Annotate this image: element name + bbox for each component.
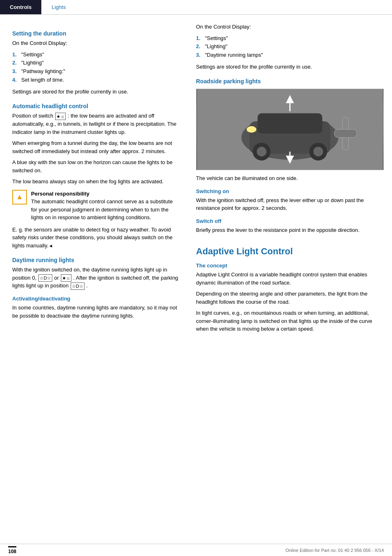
left-column: Setting the duration On the Control Disp… [0, 23, 188, 345]
daytime-settings-list: 1."Settings" 2."Lighting" 3."Daytime run… [196, 34, 384, 60]
activating-title: Activating/deactivating [12, 296, 180, 302]
auto-headlight-para2: When emerging from a tunnel during the d… [12, 139, 180, 155]
right-column: On the Control Display: 1."Settings" 2."… [188, 23, 392, 345]
switch-off-title: Switch off [196, 218, 384, 224]
list-item: 1."Settings" [196, 34, 384, 43]
warning-box: ▲ Personal responsibility The automatic … [12, 190, 180, 222]
daytime-running-title: Daytime running lights [12, 257, 180, 263]
svg-rect-3 [258, 113, 322, 134]
setting-duration-section: Setting the duration On the Control Disp… [12, 30, 180, 96]
list-item: 3."Pathway lighting:" [12, 67, 180, 76]
warning-title: Personal responsibility [31, 190, 180, 198]
auto-headlight-para4: The low beams always stay on when the fo… [12, 178, 180, 186]
image-inner [196, 89, 383, 170]
auto-headlight-para1: Position of switch ★☼ : the low beams ar… [12, 112, 180, 136]
tab-controls-label: Controls [10, 4, 31, 10]
warning-content: Personal responsibility The automatic he… [31, 190, 180, 222]
footer-text: Online Edition for Part no. 01 40 2 956 … [285, 548, 384, 553]
switch-symbol: ★☼ [55, 113, 66, 120]
main-content: Setting the duration On the Control Disp… [0, 15, 392, 345]
setting-duration-title: Setting the duration [12, 30, 180, 37]
auto-headlight-title: Automatic headlight control [12, 103, 180, 109]
page-footer: 108 Online Edition for Part no. 01 40 2 … [0, 544, 392, 556]
daytime-running-section: Daytime running lights With the ignition… [12, 257, 180, 320]
setting-duration-intro: On the Control Display: [12, 39, 180, 47]
adaptive-light-section: Adaptive Light Control The concept Adapt… [196, 246, 384, 333]
car-image-svg [196, 89, 383, 170]
svg-point-8 [247, 126, 256, 133]
list-item: 2."Lighting" [196, 42, 384, 51]
daytime-running-para1: With the ignition switched on, the dayti… [12, 266, 180, 290]
adaptive-para1: Adaptive Light Control is a variable hea… [196, 271, 384, 287]
adaptive-para2: Depending on the steering angle and othe… [196, 290, 384, 306]
list-item: 2."Lighting" [12, 59, 180, 67]
symbol-1: ☆D☆ [38, 274, 52, 282]
roadside-parking-section: Roadside parking lights [196, 78, 384, 234]
roadside-caption: The vehicle can be illuminated on one si… [196, 174, 384, 182]
svg-point-5 [257, 147, 267, 157]
switch-off-text: Briefly press the lever to the resistanc… [196, 226, 384, 234]
setting-duration-note: Settings are stored for the profile curr… [12, 88, 180, 96]
tab-lights-label: Lights [51, 4, 66, 10]
auto-headlight-section: Automatic headlight control Position of … [12, 103, 180, 249]
auto-headlight-para5: E. g. the sensors are unable to detect f… [12, 226, 180, 250]
daytime-settings-note: Settings are stored for the profile curr… [196, 63, 384, 71]
page-header: Controls Lights [0, 0, 392, 15]
adaptive-para3: In tight curves, e.g., on mountainous ro… [196, 309, 384, 333]
setting-duration-list: 1."Settings" 2."Lighting" 3."Pathway lig… [12, 51, 180, 85]
list-item: 4.Set length of time. [12, 76, 180, 85]
page-number: 108 [8, 546, 16, 554]
daytime-settings-intro: On the Control Display: [196, 23, 384, 31]
switching-on-title: Switching on [196, 188, 384, 194]
symbol-3: ☆D☆ [71, 282, 85, 290]
roadside-parking-image [196, 89, 384, 170]
daytime-settings-section: On the Control Display: 1."Settings" 2."… [196, 23, 384, 71]
concept-title: The concept [196, 262, 384, 269]
list-item: 1."Settings" [12, 51, 180, 59]
roadside-parking-title: Roadside parking lights [196, 78, 384, 85]
switching-on-text: With the ignition switched off, press th… [196, 196, 384, 212]
list-item: 3."Daytime running lamps" [196, 51, 384, 60]
warning-icon: ▲ [12, 190, 27, 205]
tab-lights[interactable]: Lights [41, 0, 76, 14]
svg-point-7 [313, 147, 323, 157]
daytime-running-para2: In some countries, daytime running light… [12, 304, 180, 320]
symbol-2: ★☼ [61, 274, 71, 282]
tab-controls[interactable]: Controls [0, 0, 41, 14]
svg-rect-14 [334, 129, 356, 138]
warning-body: The automatic headlight control cannot s… [31, 198, 173, 220]
adaptive-light-title: Adaptive Light Control [196, 246, 384, 257]
auto-headlight-para3: A blue sky with the sun low on the horiz… [12, 158, 180, 174]
